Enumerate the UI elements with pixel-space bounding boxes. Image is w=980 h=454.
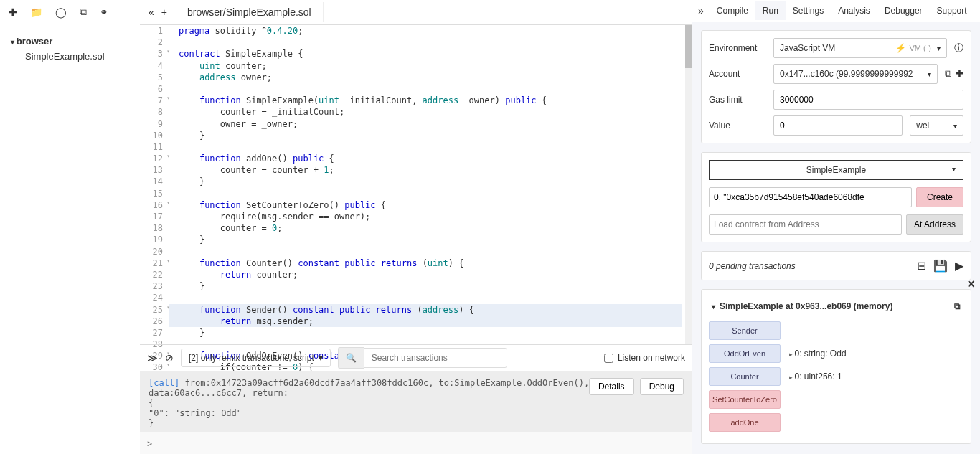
run-config-section: Environment JavaScript VM ⚡VM (-) ⓘ Acco… bbox=[701, 30, 971, 143]
add-account-icon[interactable]: ✚ bbox=[956, 68, 963, 80]
collapse-all-icon[interactable]: ⊟ bbox=[917, 259, 926, 273]
listen-label: Listen on network bbox=[618, 353, 685, 363]
tab-support[interactable]: Support bbox=[930, 1, 974, 20]
play-icon[interactable]: ▶ bbox=[955, 259, 963, 273]
vm-tag: VM (-) bbox=[909, 44, 931, 52]
value-input[interactable] bbox=[773, 115, 903, 136]
gas-label: Gas limit bbox=[709, 95, 766, 105]
console-line: } bbox=[149, 418, 684, 428]
env-select[interactable]: JavaScript VM ⚡VM (-) bbox=[773, 38, 947, 58]
console-input[interactable]: > bbox=[140, 432, 692, 454]
editor-scrollbar[interactable] bbox=[685, 25, 692, 344]
value-unit-select[interactable]: wei bbox=[910, 115, 963, 136]
deploy-section: SimpleExample Create At Address bbox=[701, 152, 971, 242]
console-area: ≫ ⊘ [2] only remix transactions, script … bbox=[140, 344, 692, 454]
clear-console-icon[interactable]: ⊘ bbox=[165, 352, 174, 364]
copy-account-icon[interactable]: ⧉ bbox=[945, 68, 951, 80]
collapse-console-icon[interactable]: ≫ bbox=[147, 352, 158, 364]
right-panel: » CompileRunSettingsAnalysisDebuggerSupp… bbox=[692, 0, 980, 454]
file-item[interactable]: SimpleExample.sol bbox=[11, 51, 129, 62]
account-select[interactable]: 0x147...c160c (99.9999999999992 bbox=[773, 64, 938, 84]
account-label: Account bbox=[709, 69, 766, 79]
filter-label: [2] only remix transactions, script bbox=[189, 353, 314, 363]
contract-select[interactable]: SimpleExample bbox=[709, 160, 963, 180]
fn-button-counter[interactable]: Counter bbox=[709, 367, 781, 386]
editor-tab[interactable]: browser/SimpleExample.sol bbox=[176, 2, 324, 22]
fn-button-oddoreven[interactable]: OddOrEven bbox=[709, 344, 781, 363]
fn-result: 0: string: Odd bbox=[789, 349, 847, 359]
listen-network-toggle[interactable]: Listen on network bbox=[604, 353, 685, 363]
call-tag: [call] bbox=[149, 378, 179, 388]
env-label: Environment bbox=[709, 43, 766, 53]
file-explorer: browser SimpleExample.sol bbox=[0, 29, 140, 69]
close-icon[interactable]: × bbox=[967, 277, 975, 292]
fn-button-setcountertozero[interactable]: SetCounterToZero bbox=[709, 390, 781, 409]
console-output: [call] from:0x14723a09acff6d2a60dcdf7aa4… bbox=[140, 371, 692, 432]
unit-value: wei bbox=[916, 120, 929, 131]
pending-section: 0 pending transactions ⊟ 💾 ▶ bbox=[701, 251, 971, 280]
collapse-panel-icon[interactable]: « bbox=[149, 6, 154, 18]
link-icon[interactable]: ⚭ bbox=[100, 6, 108, 18]
fn-button-addone[interactable]: addOne bbox=[709, 413, 781, 432]
deployed-title: SimpleExample at 0x963...eb069 (memory) bbox=[720, 301, 892, 311]
tab-compile[interactable]: Compile bbox=[710, 1, 755, 20]
save-icon[interactable]: 💾 bbox=[933, 259, 948, 273]
constructor-args-input[interactable] bbox=[709, 187, 912, 207]
tab-run[interactable]: Run bbox=[755, 1, 786, 20]
debug-button[interactable]: Debug bbox=[640, 378, 684, 395]
info-icon[interactable]: ⓘ bbox=[954, 42, 963, 55]
copy-icon[interactable]: ⧉ bbox=[80, 6, 87, 18]
listen-checkbox[interactable] bbox=[604, 354, 613, 363]
deployed-contract-section: × ▾SimpleExample at 0x963...eb069 (memor… bbox=[701, 289, 971, 444]
search-icon: 🔍 bbox=[338, 347, 364, 369]
caret-down-icon[interactable]: ▾ bbox=[712, 303, 715, 311]
gas-limit-input[interactable] bbox=[773, 90, 963, 110]
create-button[interactable]: Create bbox=[916, 187, 963, 207]
env-value: JavaScript VM bbox=[780, 43, 835, 53]
tab-settings[interactable]: Settings bbox=[786, 1, 831, 20]
search-transactions-input[interactable] bbox=[364, 348, 507, 368]
tab-analysis[interactable]: Analysis bbox=[831, 1, 877, 20]
pending-text: 0 pending transactions bbox=[709, 261, 796, 271]
account-value: 0x147...c160c (99.9999999999992 bbox=[780, 69, 913, 79]
console-line: { bbox=[149, 398, 684, 408]
value-label: Value bbox=[709, 120, 766, 131]
folder-icon[interactable]: 📁 bbox=[30, 6, 42, 18]
fn-result: 0: uint256: 1 bbox=[789, 372, 842, 382]
editor-area: « + browser/SimpleExample.sol 1234567891… bbox=[140, 0, 692, 344]
add-tab-icon[interactable]: + bbox=[161, 6, 167, 18]
new-file-icon[interactable]: ✚ bbox=[9, 6, 17, 18]
folder-browser[interactable]: browser bbox=[11, 36, 129, 47]
line-gutter: 1234567891011121314151617181920212223242… bbox=[140, 25, 169, 344]
collapse-right-icon[interactable]: » bbox=[692, 5, 710, 16]
right-panel-tabs: » CompileRunSettingsAnalysisDebuggerSupp… bbox=[692, 0, 980, 22]
chevron-down-icon: ▾ bbox=[319, 353, 323, 363]
console-line: "0": "string: Odd" bbox=[149, 408, 684, 418]
load-address-input[interactable] bbox=[709, 214, 902, 235]
tab-debugger[interactable]: Debugger bbox=[877, 1, 930, 20]
plug-icon: ⚡ bbox=[895, 43, 906, 53]
console-line: from:0x14723a09acff6d2a60dcdf7aa4aff308f… bbox=[149, 378, 589, 398]
at-address-button[interactable]: At Address bbox=[906, 214, 963, 235]
github-icon[interactable]: ◯ bbox=[55, 6, 67, 18]
copy-address-icon[interactable]: ⧉ bbox=[954, 301, 961, 311]
details-button[interactable]: Details bbox=[589, 378, 634, 395]
fn-button-sender[interactable]: Sender bbox=[709, 321, 781, 340]
console-filter-dropdown[interactable]: [2] only remix transactions, script ▾ bbox=[181, 349, 331, 367]
code-editor[interactable]: pragma solidity ^0.4.20; contract Simple… bbox=[169, 25, 692, 344]
